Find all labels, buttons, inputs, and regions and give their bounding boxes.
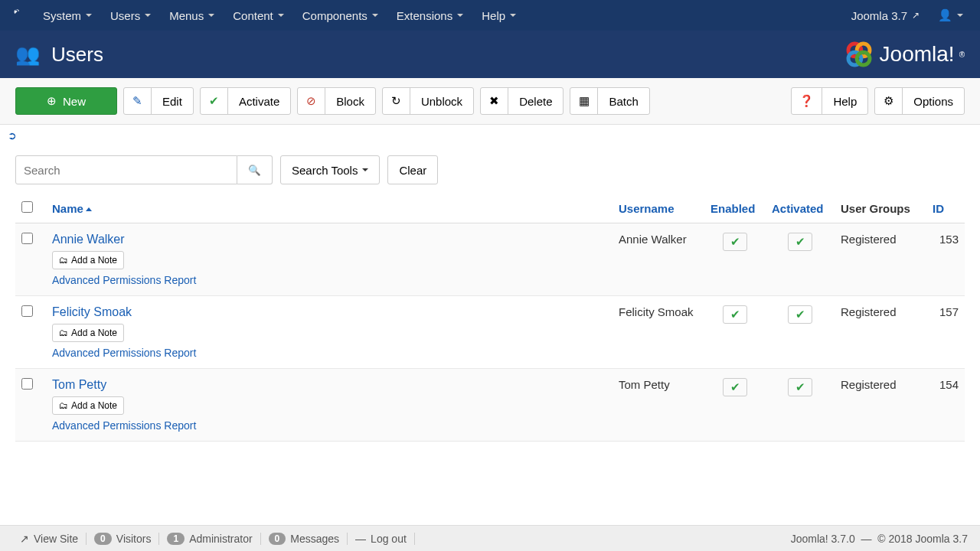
user-name-link[interactable]: Felicity Smoak — [52, 305, 132, 318]
plus-circle-icon: ⊕ — [47, 94, 57, 108]
row-checkbox[interactable] — [21, 378, 33, 390]
menu-menus[interactable]: Menus — [160, 0, 224, 31]
column-id[interactable]: ID — [926, 194, 965, 223]
add-note-button[interactable]: 🗂Add a Note — [52, 396, 124, 415]
column-checkbox — [15, 194, 46, 223]
footer-version: Joomla! 3.7.0 — © 2018 Joomla 3.7 — [791, 533, 968, 545]
filter-bar: 🔍 Search Tools Clear — [0, 146, 980, 194]
search-input[interactable] — [15, 155, 237, 184]
column-enabled[interactable]: Enabled — [704, 194, 766, 223]
caret-down-icon — [957, 14, 963, 17]
unblock-button[interactable]: ↻ Unblock — [382, 87, 474, 115]
external-link-icon: ↗ — [20, 533, 29, 545]
menu-components[interactable]: Components — [293, 0, 387, 31]
external-link-icon: ↗ — [912, 10, 920, 21]
arrow-right-circle-icon: ➲ — [8, 129, 17, 142]
add-note-button[interactable]: 🗂Add a Note — [52, 324, 124, 342]
user-name-link[interactable]: Annie Walker — [52, 233, 125, 246]
menu-users[interactable]: Users — [101, 0, 160, 31]
new-button[interactable]: ⊕ New — [15, 87, 117, 115]
version-link[interactable]: Joomla 3.7↗ — [842, 0, 929, 31]
help-button[interactable]: ❓ Help — [791, 87, 868, 115]
check-icon: ✔ — [795, 380, 805, 394]
column-activated[interactable]: Activated — [766, 194, 835, 223]
column-username[interactable]: Username — [612, 194, 704, 223]
check-icon: ✔ — [201, 88, 228, 114]
username-cell: Tom Petty — [612, 369, 704, 442]
caret-down-icon — [145, 14, 151, 17]
top-menu-right: Joomla 3.7↗ 👤 — [842, 0, 972, 31]
edit-button[interactable]: ✎ Edit — [123, 87, 194, 115]
id-cell: 157 — [926, 296, 965, 369]
sidebar-toggle[interactable]: ➲ — [0, 125, 980, 146]
caret-down-icon — [372, 14, 378, 17]
redo-icon: ↻ — [383, 88, 410, 114]
action-toolbar: ⊕ New ✎ Edit ✔ Activate ⊘ Block ↻ Unbloc… — [0, 78, 980, 125]
cancel-circle-icon: ⊘ — [298, 88, 325, 114]
row-checkbox[interactable] — [21, 233, 33, 244]
view-site-link[interactable]: ↗View Site — [12, 533, 87, 545]
caret-down-icon — [510, 14, 516, 17]
page-title: Users — [51, 43, 103, 67]
username-cell: Annie Walker — [612, 223, 704, 296]
batch-button[interactable]: ▦ Batch — [570, 87, 649, 115]
activate-button[interactable]: ✔ Activate — [200, 87, 291, 115]
table-row: Felicity Smoak 🗂Add a Note Advanced Perm… — [15, 296, 965, 369]
activated-toggle[interactable]: ✔ — [788, 378, 812, 396]
menu-extensions[interactable]: Extensions — [387, 0, 472, 31]
activated-toggle[interactable]: ✔ — [788, 233, 812, 251]
logout-link[interactable]: —Log out — [348, 533, 415, 545]
user-menu[interactable]: 👤 — [929, 0, 972, 31]
table-row: Annie Walker 🗂Add a Note Advanced Permis… — [15, 223, 965, 296]
select-all-checkbox[interactable] — [21, 201, 33, 213]
menu-help[interactable]: Help — [472, 0, 525, 31]
options-button[interactable]: ⚙ Options — [874, 87, 965, 115]
visitors-link[interactable]: 0Visitors — [87, 533, 159, 545]
search-submit-button[interactable]: 🔍 — [237, 155, 273, 184]
joomla-rings-icon — [843, 38, 875, 70]
column-name[interactable]: Name — [46, 194, 612, 223]
search-group: 🔍 — [15, 155, 273, 184]
permissions-report-link[interactable]: Advanced Permissions Report — [52, 274, 606, 286]
enabled-toggle[interactable]: ✔ — [723, 233, 747, 251]
top-menu-bar: System Users Menus Content Components Ex… — [0, 0, 980, 31]
activated-toggle[interactable]: ✔ — [788, 305, 812, 324]
delete-button[interactable]: ✖ Delete — [480, 87, 564, 115]
caret-down-icon — [362, 168, 368, 171]
username-cell: Felicity Smoak — [612, 296, 704, 369]
check-icon: ✔ — [730, 308, 740, 321]
administrator-link[interactable]: 1Administrator — [159, 533, 260, 545]
caret-down-icon — [208, 14, 214, 17]
enabled-toggle[interactable]: ✔ — [723, 305, 747, 324]
top-menu-left: System Users Menus Content Components Ex… — [8, 0, 525, 31]
permissions-report-link[interactable]: Advanced Permissions Report — [52, 347, 606, 359]
status-bar: ↗View Site 0Visitors 1Administrator 0Mes… — [0, 525, 980, 551]
users-icon: 👥 — [15, 43, 40, 67]
sort-asc-icon — [86, 207, 92, 211]
logo-text: Joomla! — [880, 42, 955, 67]
messages-link[interactable]: 0Messages — [261, 533, 348, 545]
check-icon: ✔ — [795, 308, 805, 321]
permissions-report-link[interactable]: Advanced Permissions Report — [52, 419, 606, 432]
table-row: Tom Petty 🗂Add a Note Advanced Permissio… — [15, 369, 965, 442]
menu-system[interactable]: System — [34, 0, 101, 31]
joomla-icon[interactable] — [8, 6, 26, 24]
check-icon: ✔ — [730, 235, 740, 249]
group-cell: Registered — [835, 296, 926, 369]
page-header: 👥 Users Joomla!® — [0, 31, 980, 78]
joomla-logo: Joomla!® — [843, 38, 965, 70]
user-name-link[interactable]: Tom Petty — [52, 378, 106, 391]
logo-registered: ® — [959, 51, 965, 59]
block-button[interactable]: ⊘ Block — [297, 87, 376, 115]
add-note-button[interactable]: 🗂Add a Note — [52, 251, 124, 269]
search-tools-button[interactable]: Search Tools — [280, 155, 380, 184]
enabled-toggle[interactable]: ✔ — [723, 378, 747, 396]
column-groups: User Groups — [835, 194, 926, 223]
check-icon: ✔ — [795, 235, 805, 249]
row-checkbox[interactable] — [21, 305, 33, 317]
check-icon: ✔ — [730, 380, 740, 394]
menu-content[interactable]: Content — [224, 0, 293, 31]
x-icon: ✖ — [481, 88, 508, 114]
clear-button[interactable]: Clear — [387, 155, 438, 184]
group-cell: Registered — [835, 223, 926, 296]
